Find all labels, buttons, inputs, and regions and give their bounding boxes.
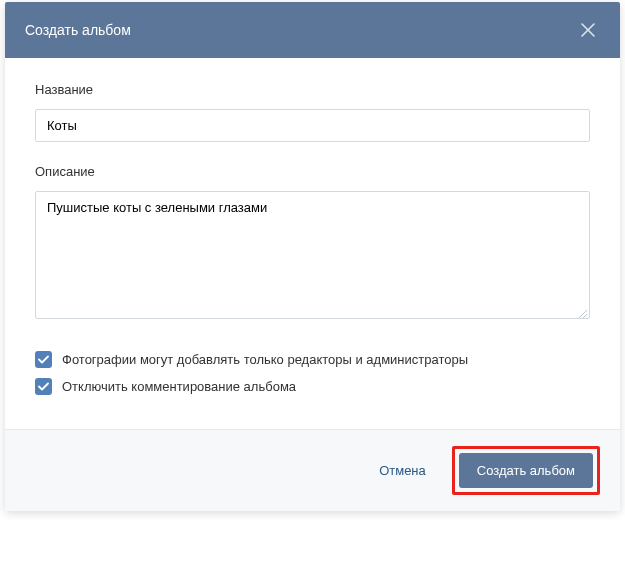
disable-comments-label: Отключить комментирование альбома — [62, 379, 296, 394]
disable-comments-checkbox[interactable]: Отключить комментирование альбома — [35, 378, 590, 395]
modal-body: Название Описание Фотографии могут добав… — [5, 58, 620, 429]
checkbox-section: Фотографии могут добавлять только редакт… — [35, 351, 590, 395]
description-label: Описание — [35, 164, 590, 179]
cancel-button[interactable]: Отмена — [365, 453, 440, 488]
editors-only-checkbox[interactable]: Фотографии могут добавлять только редакт… — [35, 351, 590, 368]
description-textarea[interactable] — [35, 191, 590, 319]
checkbox-checked-icon — [35, 351, 52, 368]
name-field-group: Название — [35, 82, 590, 142]
create-album-modal: Создать альбом Название Описание — [5, 2, 620, 511]
checkbox-checked-icon — [35, 378, 52, 395]
textarea-resize-handle[interactable] — [578, 309, 588, 319]
close-icon — [580, 22, 596, 38]
description-textarea-wrap — [35, 191, 590, 323]
modal-title: Создать альбом — [25, 22, 131, 38]
name-label: Название — [35, 82, 590, 97]
submit-button[interactable]: Создать альбом — [459, 453, 593, 488]
modal-header: Создать альбом — [5, 2, 620, 58]
submit-button-highlight: Создать альбом — [452, 446, 600, 495]
description-field-group: Описание — [35, 164, 590, 323]
name-input[interactable] — [35, 109, 590, 142]
modal-footer: Отмена Создать альбом — [5, 429, 620, 511]
close-button[interactable] — [576, 18, 600, 42]
editors-only-label: Фотографии могут добавлять только редакт… — [62, 352, 468, 367]
